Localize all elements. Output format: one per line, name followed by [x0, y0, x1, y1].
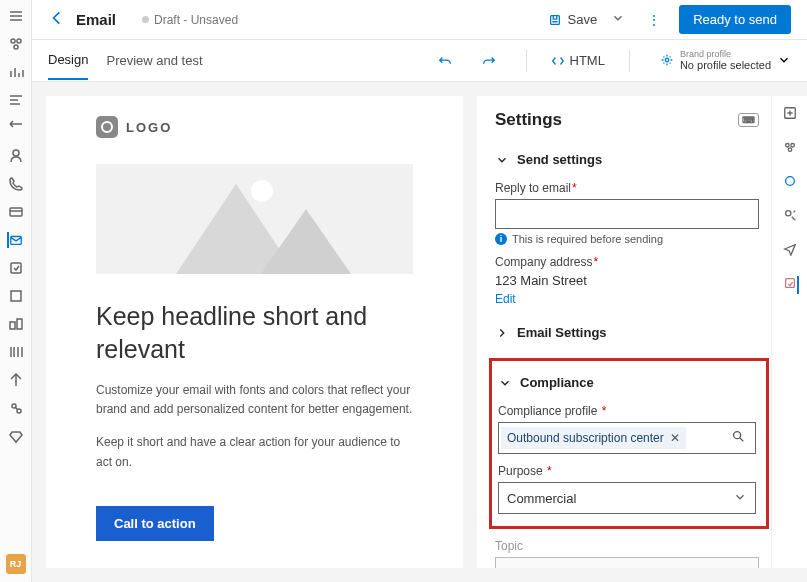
headline-text[interactable]: Keep headline short and relevant: [96, 300, 413, 365]
chevron-down-icon: [495, 153, 509, 167]
page-header: Email Draft - Unsaved Save ⋮ Ready to se…: [32, 0, 807, 40]
hamburger-icon[interactable]: [8, 8, 24, 24]
edit-company-link[interactable]: Edit: [495, 292, 516, 306]
main-area: Email Draft - Unsaved Save ⋮ Ready to se…: [32, 0, 807, 582]
gear-icon: [660, 53, 674, 67]
svg-point-13: [665, 59, 669, 63]
save-button[interactable]: Save: [548, 12, 598, 27]
chevron-down-icon: [498, 376, 512, 390]
nav-icon-10[interactable]: [8, 400, 24, 416]
nav-icon-card[interactable]: [8, 204, 24, 220]
compliance-header[interactable]: Compliance: [498, 371, 756, 394]
ready-to-send-button[interactable]: Ready to send: [679, 5, 791, 34]
tab-bar: Design Preview and test HTML Brand profi…: [32, 40, 807, 82]
add-element-icon[interactable]: [783, 106, 797, 124]
page-title: Email: [76, 11, 116, 28]
panel-icon-rail: [771, 96, 807, 568]
nav-icon-4[interactable]: [8, 120, 24, 136]
redo-button[interactable]: [476, 50, 502, 72]
svg-point-16: [785, 144, 789, 148]
compliance-callout: Compliance Compliance profile * Outbound…: [489, 358, 769, 529]
svg-rect-4: [10, 208, 22, 216]
layers-icon[interactable]: [783, 140, 797, 158]
chevron-down-icon: [733, 490, 747, 504]
save-dropdown[interactable]: [607, 11, 629, 29]
reply-to-label: Reply to email*: [495, 181, 759, 195]
theme-icon[interactable]: [783, 174, 797, 192]
nav-icon-3[interactable]: [8, 92, 24, 108]
editor-body: LOGO Keep headline short and relevant Cu…: [32, 82, 807, 582]
chip-remove-icon[interactable]: ✕: [670, 431, 680, 445]
tab-preview[interactable]: Preview and test: [106, 42, 202, 79]
canvas-wrapper: LOGO Keep headline short and relevant Cu…: [32, 82, 475, 582]
nav-icon-person[interactable]: [8, 148, 24, 164]
hero-image-placeholder[interactable]: [96, 164, 413, 274]
left-nav-rail: RJ: [0, 0, 32, 582]
svg-point-17: [790, 144, 794, 148]
panel-title: Settings ⌨: [495, 110, 759, 130]
html-button[interactable]: HTML: [551, 53, 605, 68]
svg-rect-12: [550, 15, 559, 24]
nav-icon-8[interactable]: [8, 344, 24, 360]
svg-point-18: [788, 148, 792, 152]
svg-point-2: [14, 45, 18, 49]
topic-field: Topic Select a topic: [495, 539, 759, 568]
search-icon[interactable]: [723, 429, 753, 447]
send-settings-header[interactable]: Send settings: [495, 148, 759, 171]
nav-icon-11[interactable]: [8, 428, 24, 444]
compliance-profile-label: Compliance profile *: [498, 404, 756, 418]
more-menu[interactable]: ⋮: [639, 12, 669, 28]
svg-rect-7: [11, 291, 21, 301]
chevron-down-icon: [777, 53, 791, 67]
svg-rect-9: [17, 319, 22, 329]
compliance-profile-chip: Outbound subscription center ✕: [501, 427, 686, 449]
purpose-label: Purpose *: [498, 464, 756, 478]
nav-icon-6[interactable]: [8, 288, 24, 304]
back-button[interactable]: [48, 9, 66, 31]
email-settings-header[interactable]: Email Settings: [495, 321, 759, 344]
chevron-down-icon: [736, 565, 750, 568]
settings-panel: Settings ⌨ Send settings Reply to email*…: [477, 96, 807, 568]
compliance-section: Compliance Compliance profile * Outbound…: [498, 371, 756, 514]
draft-status: Draft - Unsaved: [142, 13, 238, 27]
reply-to-note: iThis is required before sending: [495, 233, 759, 245]
send-settings-section: Send settings Reply to email* iThis is r…: [495, 148, 759, 307]
email-canvas[interactable]: LOGO Keep headline short and relevant Cu…: [46, 96, 463, 568]
svg-point-19: [785, 177, 794, 186]
svg-point-0: [11, 39, 15, 43]
nav-icon-9[interactable]: [8, 372, 24, 388]
body-text-2[interactable]: Keep it short and have a clear action fo…: [96, 433, 413, 471]
nav-icon-phone[interactable]: [8, 176, 24, 192]
logo-block[interactable]: LOGO: [96, 116, 413, 138]
chevron-right-icon: [495, 326, 509, 340]
send-icon[interactable]: [783, 242, 797, 260]
topic-label: Topic: [495, 539, 759, 553]
svg-point-14: [734, 432, 741, 439]
user-badge[interactable]: RJ: [6, 554, 26, 574]
company-address-label: Company address*: [495, 255, 759, 269]
tab-design[interactable]: Design: [48, 41, 88, 80]
brand-profile-selector[interactable]: Brand profile No profile selected: [654, 49, 791, 73]
purpose-dropdown[interactable]: Commercial: [498, 482, 756, 514]
topic-dropdown: Select a topic: [495, 557, 759, 568]
keyboard-hint-icon[interactable]: ⌨: [738, 113, 759, 127]
info-icon: i: [495, 233, 507, 245]
logo-icon: [96, 116, 118, 138]
reply-to-input[interactable]: [495, 199, 759, 229]
save-label: Save: [568, 12, 598, 27]
nav-icon-7[interactable]: [8, 316, 24, 332]
svg-point-1: [17, 39, 21, 43]
compliance-profile-combo[interactable]: Outbound subscription center ✕: [498, 422, 756, 454]
nav-icon-email[interactable]: [7, 232, 23, 248]
svg-rect-8: [10, 322, 15, 329]
cta-button[interactable]: Call to action: [96, 506, 214, 541]
settings-tab-icon[interactable]: [783, 276, 799, 294]
nav-icon-1[interactable]: [8, 36, 24, 52]
save-icon: [548, 13, 562, 27]
nav-icon-5[interactable]: [8, 260, 24, 276]
body-text-1[interactable]: Customize your email with fonts and colo…: [96, 381, 413, 419]
nav-icon-2[interactable]: [8, 64, 24, 80]
email-settings-section: Email Settings: [495, 321, 759, 344]
personalize-icon[interactable]: [783, 208, 797, 226]
undo-button[interactable]: [432, 50, 458, 72]
